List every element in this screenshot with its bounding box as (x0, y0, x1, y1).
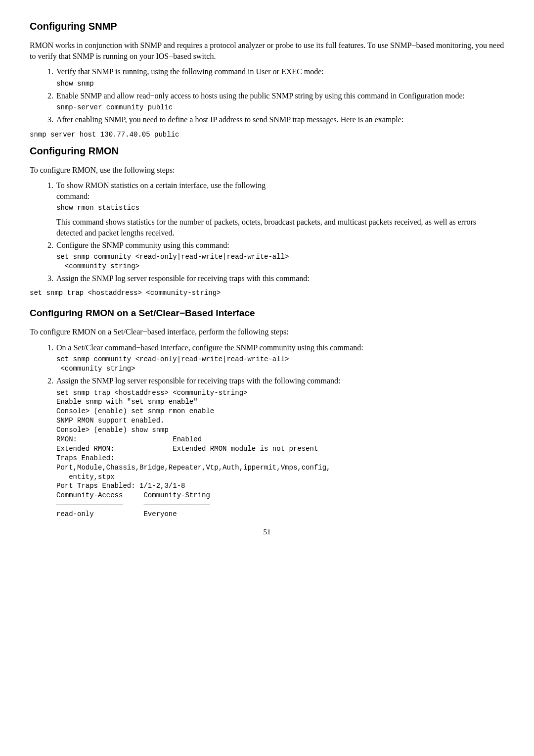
paragraph: To configure RMON on a Set/Clear−based i… (30, 327, 504, 337)
list-item: After enabling SNMP, you need to define … (55, 114, 504, 125)
code-block: snmp-server community public (56, 103, 504, 112)
ordered-list: To show RMON statistics on a certain int… (30, 180, 504, 284)
list-text: command: (56, 192, 90, 200)
code-block: show snmp (56, 79, 504, 89)
code-block: set snmp community <read-only|read-write… (56, 355, 504, 374)
list-text: On a Set/Clear command−based interface, … (56, 343, 363, 352)
ordered-list: On a Set/Clear command−based interface, … (30, 342, 504, 519)
list-item: Assign the SNMP log server responsible f… (55, 376, 504, 519)
list-text: Enable SNMP and allow read−only access t… (56, 92, 465, 100)
list-text: Assign the SNMP log server responsible f… (56, 377, 340, 385)
code-block: set snmp trap <hostaddress> <community-s… (30, 288, 504, 298)
list-text: Verify that SNMP is running, using the f… (56, 67, 324, 76)
list-text: Configure the SNMP community using this … (56, 241, 229, 249)
list-item: Verify that SNMP is running, using the f… (55, 66, 504, 88)
list-text: To show RMON statistics on a certain int… (56, 181, 266, 189)
list-item: Enable SNMP and allow read−only access t… (55, 91, 504, 112)
paragraph: To configure RMON, use the following ste… (30, 165, 504, 176)
list-item: On a Set/Clear command−based interface, … (55, 342, 504, 374)
code-block: set snmp community <read-only|read-write… (56, 252, 504, 271)
list-item: To show RMON statistics on a certain int… (55, 180, 504, 238)
list-item: Configure the SNMP community using this … (55, 240, 504, 271)
code-block: set snmp trap <hostaddress> <community-s… (56, 388, 504, 519)
heading-configuring-rmon-set-clear: Configuring RMON on a Set/Clear−Based In… (30, 307, 504, 320)
list-text: Assign the SNMP log server responsible f… (56, 274, 310, 283)
list-text: After enabling SNMP, you need to define … (56, 115, 403, 124)
code-block: snmp server host 130.77.40.05 public (30, 130, 504, 140)
heading-configuring-snmp: Configuring SNMP (30, 20, 504, 33)
page-number: 51 (30, 527, 504, 537)
list-text: This command shows statistics for the nu… (56, 217, 504, 238)
heading-configuring-rmon: Configuring RMON (30, 144, 504, 158)
code-block: show rmon statistics (56, 203, 504, 213)
paragraph: RMON works in conjunction with SNMP and … (30, 40, 504, 61)
ordered-list: Verify that SNMP is running, using the f… (30, 66, 504, 125)
list-item: Assign the SNMP log server responsible f… (55, 273, 504, 284)
